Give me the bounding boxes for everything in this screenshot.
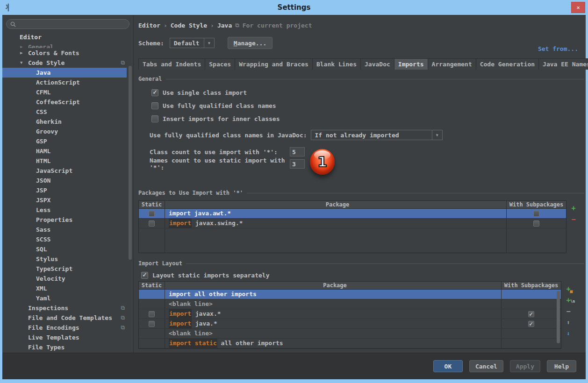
sidebar-item-jsp[interactable]: JSP (2, 185, 133, 195)
column-header-package[interactable]: Package (165, 282, 502, 289)
checkbox-checked-icon[interactable] (528, 311, 534, 317)
sidebar-item-file-encodings[interactable]: File Encodings⧉ (2, 323, 133, 333)
sidebar-item-live-templates[interactable]: Live Templates (2, 333, 133, 342)
sidebar-item-html[interactable]: HTML (2, 156, 133, 166)
table-row[interactable]: <blank line> (139, 299, 561, 309)
sidebar-item-file-types[interactable]: File Types (2, 342, 133, 352)
close-window-button[interactable]: ✕ (571, 2, 585, 13)
add-blank-line-icon[interactable]: +\n (565, 297, 572, 304)
table-scrollbar[interactable] (557, 291, 560, 343)
sidebar-item-javascript[interactable]: JavaScript (2, 166, 133, 176)
column-header-with-subpackages[interactable]: With Subpackages (502, 282, 561, 289)
sidebar-item-stylus[interactable]: Stylus (2, 254, 133, 264)
tab-tabs-and-indents[interactable]: Tabs and Indents (138, 58, 205, 70)
sidebar-item-actionscript[interactable]: ActionScript (2, 78, 133, 87)
search-box[interactable] (6, 19, 129, 29)
breadcrumb-code-style[interactable]: Code Style (171, 22, 207, 29)
ok-button[interactable]: OK (433, 360, 463, 372)
add-icon[interactable]: + (570, 205, 577, 212)
move-down-icon[interactable]: ⬇ (565, 330, 572, 338)
remove-icon[interactable]: − (565, 308, 572, 315)
sidebar-item-css[interactable]: CSS (2, 107, 133, 117)
sidebar-item-label: JSPX (36, 195, 50, 205)
sidebar-item-scss[interactable]: SCSS (2, 234, 133, 244)
sidebar-scrollbar[interactable] (129, 66, 132, 260)
move-up-icon[interactable]: ⬆ (565, 319, 572, 326)
sidebar-item-groovy[interactable]: Groovy (2, 127, 133, 136)
sidebar-item-less[interactable]: Less (2, 205, 133, 215)
sidebar-item-colors-fonts[interactable]: ▶Colors & Fonts (2, 48, 133, 58)
sidebar-item-cfml[interactable]: CFML (2, 87, 133, 97)
table-row[interactable]: import java.awt.* (139, 209, 566, 219)
sidebar-item-jspx[interactable]: JSPX (2, 195, 133, 205)
search-input[interactable] (18, 21, 125, 28)
table-row[interactable]: import all other imports (139, 290, 561, 299)
checkbox-unchecked-icon[interactable] (149, 211, 155, 217)
tab-arrangement[interactable]: Arrangement (428, 58, 476, 70)
column-header-static[interactable]: Static (139, 201, 165, 208)
sidebar-item-yaml[interactable]: Yaml (2, 293, 133, 303)
cancel-button[interactable]: Cancel (469, 360, 503, 372)
sidebar-item-gsp[interactable]: GSP (2, 136, 133, 146)
checkbox-checked-icon[interactable] (141, 272, 148, 279)
checkbox-unchecked-icon[interactable] (149, 220, 155, 227)
checkbox-unchecked-icon[interactable] (533, 220, 539, 227)
tab-javadoc[interactable]: JavaDoc (361, 58, 394, 70)
tab-spaces[interactable]: Spaces (205, 58, 235, 70)
sidebar-item-xml[interactable]: XML (2, 284, 133, 293)
checkbox-layout-static-imports-separately[interactable]: Layout static imports separately (141, 271, 586, 279)
sidebar-item-file-and-code-templates[interactable]: File and Code Templates⧉ (2, 313, 133, 323)
table-row[interactable]: import javax.swing.* (139, 219, 566, 228)
sidebar-item-sql[interactable]: SQL (2, 244, 133, 254)
checkbox-unchecked-icon[interactable] (149, 311, 155, 317)
sidebar-item-velocity[interactable]: Velocity (2, 274, 133, 284)
help-button[interactable]: Help (547, 360, 576, 372)
remove-icon[interactable]: − (570, 216, 577, 223)
javadoc-dropdown[interactable]: If not already imported ▼ (311, 130, 443, 140)
scheme-dropdown[interactable]: Default ▼ (170, 38, 215, 48)
tab-imports[interactable]: Imports (394, 58, 428, 70)
table-row[interactable]: import static all other imports (139, 339, 561, 348)
tree-header-editor: Editor (20, 34, 133, 42)
names-count-field[interactable] (290, 159, 305, 169)
checkbox-unchecked-icon[interactable] (151, 115, 158, 122)
sidebar-item-inspections[interactable]: Inspections⧉ (2, 303, 133, 313)
manage-button[interactable]: Manage... (228, 37, 272, 49)
sidebar-item-coffeescript[interactable]: CoffeeScript (2, 97, 133, 107)
checkbox-use-single-class-import[interactable]: Use single class import (151, 88, 586, 97)
sidebar-item-properties[interactable]: Properties (2, 215, 133, 225)
breadcrumb-java[interactable]: Java (217, 22, 232, 29)
tab-wrapping-and-braces[interactable]: Wrapping and Braces (235, 58, 313, 70)
checkbox-insert-imports-for-inner-classes[interactable]: Insert imports for inner classes (151, 114, 586, 123)
class-count-field[interactable] (290, 147, 305, 156)
sidebar-item-typescript[interactable]: TypeScript (2, 264, 133, 274)
checkbox-checked-icon[interactable] (151, 89, 158, 96)
table-row[interactable]: <blank line> (139, 329, 561, 339)
sidebar-item-haml[interactable]: HAML (2, 146, 133, 156)
table-row[interactable]: import java.* (139, 319, 561, 329)
sidebar-item-json[interactable]: JSON (2, 176, 133, 185)
checkbox-unchecked-icon[interactable] (149, 321, 155, 327)
column-header-package[interactable]: Package (165, 201, 507, 208)
static-cell (139, 299, 165, 309)
tab-code-generation[interactable]: Code Generation (476, 58, 539, 70)
breadcrumb-editor[interactable]: Editor (138, 22, 160, 29)
checkbox-unchecked-icon[interactable] (533, 211, 539, 217)
tab-blank-lines[interactable]: Blank Lines (313, 58, 361, 70)
checkbox-checked-icon[interactable] (528, 321, 534, 327)
tab-java-ee-names[interactable]: Java EE Names (539, 58, 588, 70)
checkbox-use-fully-qualified-class-names[interactable]: Use fully qualified class names (151, 101, 586, 110)
add-package-icon[interactable]: + (565, 285, 572, 293)
column-header-with-subpackages[interactable]: With Subpackages (507, 201, 566, 208)
keyword-text: import (169, 309, 192, 319)
package-text: javax.* (192, 309, 221, 319)
sidebar-item-java[interactable]: Java (2, 68, 127, 78)
checkbox-unchecked-icon[interactable] (151, 102, 158, 109)
sidebar-item-gherkin[interactable]: Gherkin (2, 117, 133, 127)
table-row[interactable]: import javax.* (139, 309, 561, 319)
sidebar-item-code-style[interactable]: ▼Code Style⧉ (2, 58, 133, 68)
sidebar-item-general[interactable]: ▶ General (2, 42, 133, 48)
sidebar-item-sass[interactable]: Sass (2, 225, 133, 234)
column-header-static[interactable]: Static (139, 282, 165, 289)
set-from-link[interactable]: Set from... (538, 45, 578, 52)
